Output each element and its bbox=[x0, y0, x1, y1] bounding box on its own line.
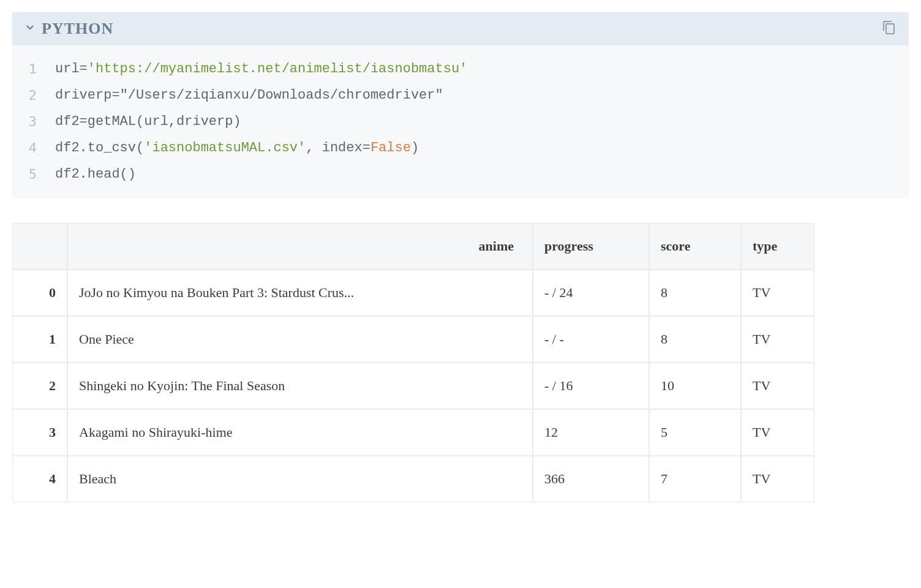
code-header[interactable]: PYTHON bbox=[12, 12, 909, 45]
line-number: 2 bbox=[12, 83, 55, 109]
col-header-type: type bbox=[741, 223, 814, 270]
cell-type: TV bbox=[741, 409, 814, 456]
line-number: 5 bbox=[12, 162, 55, 188]
code-text: driverp="/Users/ziqianxu/Downloads/chrom… bbox=[55, 83, 909, 109]
row-index: 2 bbox=[12, 363, 67, 409]
cell-progress: 12 bbox=[533, 409, 649, 456]
table-row: 2Shingeki no Kyojin: The Final Season- /… bbox=[12, 363, 814, 409]
cell-type: TV bbox=[741, 363, 814, 409]
col-header-progress: progress bbox=[533, 223, 649, 270]
table-row: 0JoJo no Kimyou na Bouken Part 3: Stardu… bbox=[12, 270, 814, 316]
code-text: df2.head() bbox=[55, 162, 909, 188]
line-number: 3 bbox=[12, 109, 55, 135]
cell-anime: Shingeki no Kyojin: The Final Season bbox=[67, 363, 533, 409]
code-text: df2=getMAL(url,driverp) bbox=[55, 109, 909, 135]
row-index: 3 bbox=[12, 409, 67, 456]
chevron-down-icon bbox=[24, 22, 36, 36]
code-text: df2.to_csv('iasnobmatsuMAL.csv', index=F… bbox=[55, 135, 909, 162]
cell-progress: 366 bbox=[533, 456, 649, 502]
cell-anime: One Piece bbox=[67, 316, 533, 363]
line-number: 4 bbox=[12, 135, 55, 162]
code-line: 3df2=getMAL(url,driverp) bbox=[12, 109, 909, 135]
cell-score: 8 bbox=[649, 316, 741, 363]
cell-score: 5 bbox=[649, 409, 741, 456]
copy-icon[interactable] bbox=[882, 20, 897, 37]
col-header-anime: anime bbox=[67, 223, 533, 270]
cell-score: 10 bbox=[649, 363, 741, 409]
code-line: 1url='https://myanimelist.net/animelist/… bbox=[12, 56, 909, 83]
code-cell: PYTHON 1url='https://myanimelist.net/ani… bbox=[12, 12, 909, 198]
table-header-row: anime progress score type bbox=[12, 223, 814, 270]
code-line: 5df2.head() bbox=[12, 162, 909, 188]
table-row: 1One Piece- / -8TV bbox=[12, 316, 814, 363]
code-language-label: PYTHON bbox=[42, 20, 113, 38]
cell-score: 8 bbox=[649, 270, 741, 316]
code-text: url='https://myanimelist.net/animelist/i… bbox=[55, 56, 909, 83]
index-header bbox=[12, 223, 67, 270]
cell-score: 7 bbox=[649, 456, 741, 502]
code-header-left: PYTHON bbox=[24, 20, 113, 38]
line-number: 1 bbox=[12, 56, 55, 83]
cell-progress: - / - bbox=[533, 316, 649, 363]
code-line: 2driverp="/Users/ziqianxu/Downloads/chro… bbox=[12, 83, 909, 109]
code-body[interactable]: 1url='https://myanimelist.net/animelist/… bbox=[12, 45, 909, 198]
cell-type: TV bbox=[741, 456, 814, 502]
output-dataframe: anime progress score type 0JoJo no Kimyo… bbox=[12, 223, 814, 502]
cell-anime: JoJo no Kimyou na Bouken Part 3: Stardus… bbox=[67, 270, 533, 316]
cell-progress: - / 24 bbox=[533, 270, 649, 316]
col-header-score: score bbox=[649, 223, 741, 270]
row-index: 4 bbox=[12, 456, 67, 502]
cell-type: TV bbox=[741, 270, 814, 316]
table-row: 3Akagami no Shirayuki-hime125TV bbox=[12, 409, 814, 456]
row-index: 1 bbox=[12, 316, 67, 363]
cell-anime: Bleach bbox=[67, 456, 533, 502]
cell-anime: Akagami no Shirayuki-hime bbox=[67, 409, 533, 456]
table-row: 4Bleach3667TV bbox=[12, 456, 814, 502]
row-index: 0 bbox=[12, 270, 67, 316]
cell-type: TV bbox=[741, 316, 814, 363]
cell-progress: - / 16 bbox=[533, 363, 649, 409]
code-line: 4df2.to_csv('iasnobmatsuMAL.csv', index=… bbox=[12, 135, 909, 162]
